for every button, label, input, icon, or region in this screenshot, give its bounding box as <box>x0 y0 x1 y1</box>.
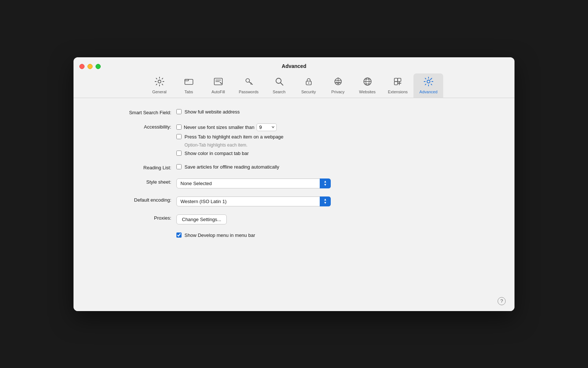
privacy-icon <box>333 76 343 88</box>
font-size-label: Never use font sizes smaller than <box>184 125 254 130</box>
titlebar: Advanced General <box>74 57 514 98</box>
security-label: Security <box>301 90 316 94</box>
style-sheet-label: Style sheet: <box>96 178 176 185</box>
default-encoding-label: Default encoding: <box>96 196 176 203</box>
toolbar-item-autofill[interactable]: AutoFill <box>204 73 233 98</box>
show-full-address-checkbox[interactable] <box>176 109 182 114</box>
accessibility-row: Accessibility: Never use font sizes smal… <box>96 123 492 156</box>
toolbar-item-privacy[interactable]: Privacy <box>323 73 353 98</box>
passwords-label: Passwords <box>239 90 259 94</box>
proxies-label: Proxies: <box>96 214 176 221</box>
font-size-checkbox[interactable] <box>176 125 182 130</box>
toolbar-item-passwords[interactable]: Passwords <box>233 73 265 98</box>
compact-tab-color-row: Show color in compact tab bar <box>176 151 283 156</box>
svg-point-10 <box>308 82 309 83</box>
font-size-select[interactable]: 9 10 11 12 <box>257 123 277 131</box>
tab-highlight-row: Press Tab to highlight each item on a we… <box>176 134 283 140</box>
change-settings-button[interactable]: Change Settings... <box>176 214 227 224</box>
develop-menu-checkbox-row: Show Develop menu in menu bar <box>176 232 255 238</box>
save-articles-label: Save articles for offline reading automa… <box>184 164 279 170</box>
window-title: Advanced <box>282 63 306 69</box>
style-sheet-select[interactable]: None Selected <box>176 178 331 188</box>
develop-menu-checkbox[interactable] <box>176 232 182 238</box>
general-label: General <box>152 90 166 94</box>
show-full-address-label: Show full website address <box>184 109 240 115</box>
privacy-label: Privacy <box>331 90 344 94</box>
autofill-label: AutoFill <box>211 90 225 94</box>
accessibility-controls: Never use font sizes smaller than 9 10 1… <box>176 123 283 156</box>
compact-tab-color-label: Show color in compact tab bar <box>184 151 249 156</box>
develop-menu-row: Show Develop menu in menu bar <box>96 232 492 238</box>
reading-list-controls: Save articles for offline reading automa… <box>176 164 279 170</box>
preferences-window: Advanced General <box>74 57 514 311</box>
toolbar-item-security[interactable]: Security <box>294 73 323 98</box>
style-sheet-dropdown-wrapper: None Selected ▲ ▼ <box>176 178 331 188</box>
help-button[interactable]: ? <box>498 297 506 305</box>
websites-icon <box>362 76 373 88</box>
maximize-button[interactable] <box>96 64 101 69</box>
smart-search-field-row: Smart Search Field: Show full website ad… <box>96 109 492 115</box>
develop-menu-label: Show Develop menu in menu bar <box>184 232 255 238</box>
accessibility-label: Accessibility: <box>96 123 176 130</box>
advanced-icon <box>423 76 434 88</box>
toolbar-item-advanced[interactable]: Advanced <box>413 73 443 98</box>
content-wrapper: Smart Search Field: Show full website ad… <box>74 98 514 311</box>
settings-content: Smart Search Field: Show full website ad… <box>74 98 514 311</box>
tab-highlight-label: Press Tab to highlight each item on a we… <box>184 134 283 140</box>
svg-rect-19 <box>394 78 398 82</box>
show-full-address-row: Show full website address <box>176 109 240 115</box>
traffic-lights <box>79 64 101 69</box>
svg-rect-1 <box>185 79 193 84</box>
close-button[interactable] <box>79 64 85 69</box>
default-encoding-select[interactable]: Western (ISO Latin 1) UTF-8 Unicode (UTF… <box>176 196 331 206</box>
tabs-icon <box>184 76 194 88</box>
proxies-row: Proxies: Change Settings... <box>96 214 492 224</box>
default-encoding-controls: Western (ISO Latin 1) UTF-8 Unicode (UTF… <box>176 196 331 206</box>
develop-menu-spacer <box>96 232 176 233</box>
gear-icon <box>154 76 165 88</box>
style-sheet-row: Style sheet: None Selected ▲ ▼ <box>96 178 492 188</box>
minimize-button[interactable] <box>87 64 93 69</box>
autofill-icon <box>213 76 223 88</box>
proxies-controls: Change Settings... <box>176 214 227 224</box>
toolbar-item-extensions[interactable]: Extensions <box>382 73 414 98</box>
smart-search-field-label: Smart Search Field: <box>96 109 176 115</box>
svg-rect-20 <box>394 82 398 85</box>
toolbar: General Tabs <box>145 73 444 98</box>
font-size-row: Never use font sizes smaller than 9 10 1… <box>176 123 283 131</box>
save-articles-checkbox[interactable] <box>176 164 182 169</box>
websites-label: Websites <box>359 90 376 94</box>
save-articles-row: Save articles for offline reading automa… <box>176 164 279 170</box>
toolbar-item-search[interactable]: Search <box>265 73 294 98</box>
search-icon <box>274 76 284 88</box>
search-label: Search <box>273 90 286 94</box>
tabs-label: Tabs <box>184 90 193 94</box>
toolbar-item-general[interactable]: General <box>145 73 174 98</box>
advanced-label: Advanced <box>419 90 437 94</box>
toolbar-item-tabs[interactable]: Tabs <box>174 73 204 98</box>
svg-rect-21 <box>398 78 401 82</box>
tab-highlight-checkbox[interactable] <box>176 134 182 139</box>
style-sheet-controls: None Selected ▲ ▼ <box>176 178 331 188</box>
default-encoding-row: Default encoding: Western (ISO Latin 1) … <box>96 196 492 206</box>
toolbar-item-websites[interactable]: Websites <box>353 73 382 98</box>
develop-menu-controls: Show Develop menu in menu bar <box>176 232 255 238</box>
extensions-icon <box>392 76 403 88</box>
default-encoding-dropdown-wrapper: Western (ISO Latin 1) UTF-8 Unicode (UTF… <box>176 196 331 206</box>
tab-hint-text: Option-Tab highlights each item. <box>184 142 283 148</box>
security-icon <box>304 76 314 88</box>
svg-line-8 <box>280 83 283 85</box>
compact-tab-color-checkbox[interactable] <box>176 151 182 156</box>
smart-search-field-controls: Show full website address <box>176 109 240 115</box>
extensions-label: Extensions <box>388 90 408 94</box>
reading-list-label: Reading List: <box>96 164 176 170</box>
reading-list-row: Reading List: Save articles for offline … <box>96 164 492 170</box>
passwords-icon <box>244 76 254 88</box>
